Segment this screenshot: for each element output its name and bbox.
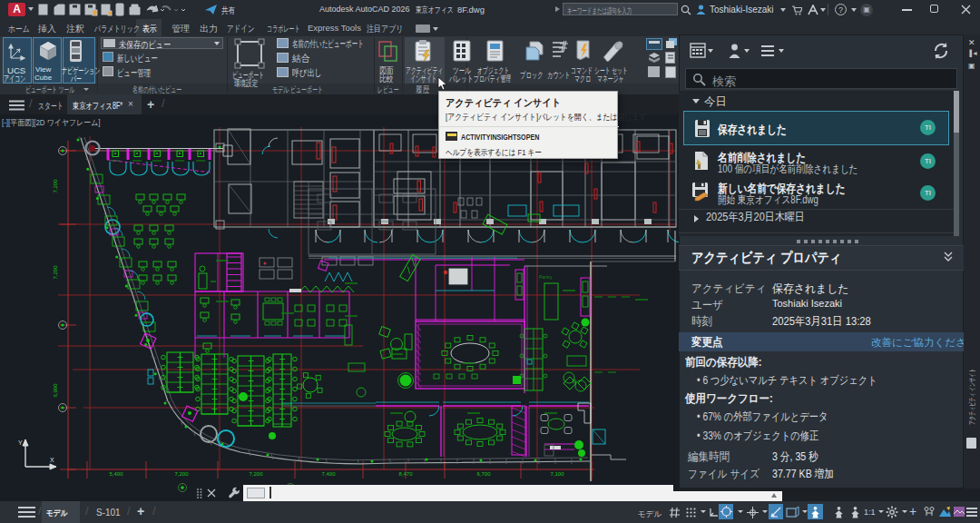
- svg-text:6,700: 6,700: [476, 471, 491, 477]
- svg-text:7,200: 7,200: [53, 179, 58, 193]
- svg-text:7,400: 7,400: [321, 471, 336, 477]
- svg-text:Y: Y: [18, 439, 23, 446]
- svg-text:6,900: 6,900: [53, 383, 58, 398]
- svg-text:7,200: 7,200: [53, 265, 58, 280]
- svg-text:8,470: 8,470: [398, 471, 413, 477]
- svg-text:7,100: 7,100: [550, 471, 564, 477]
- svg-text:7,200: 7,200: [249, 471, 263, 477]
- svg-text:7,200: 7,200: [174, 471, 189, 477]
- svg-text:5,400: 5,400: [109, 471, 123, 477]
- svg-text:Pantry: Pantry: [539, 274, 553, 280]
- svg-text:X: X: [50, 457, 54, 463]
